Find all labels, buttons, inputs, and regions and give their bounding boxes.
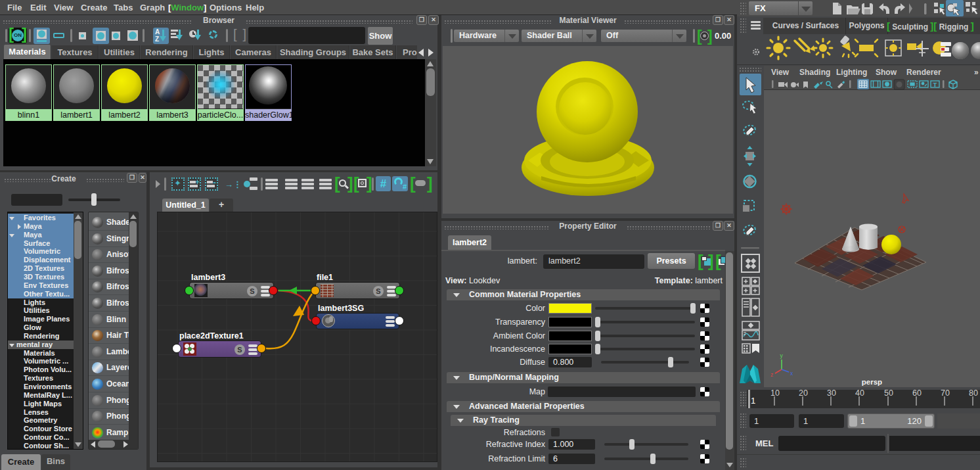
svg-text:x: x: [790, 370, 793, 377]
svg-text:T: T: [933, 81, 937, 88]
svg-text:y: y: [780, 352, 784, 359]
svg-text:z: z: [770, 371, 773, 378]
